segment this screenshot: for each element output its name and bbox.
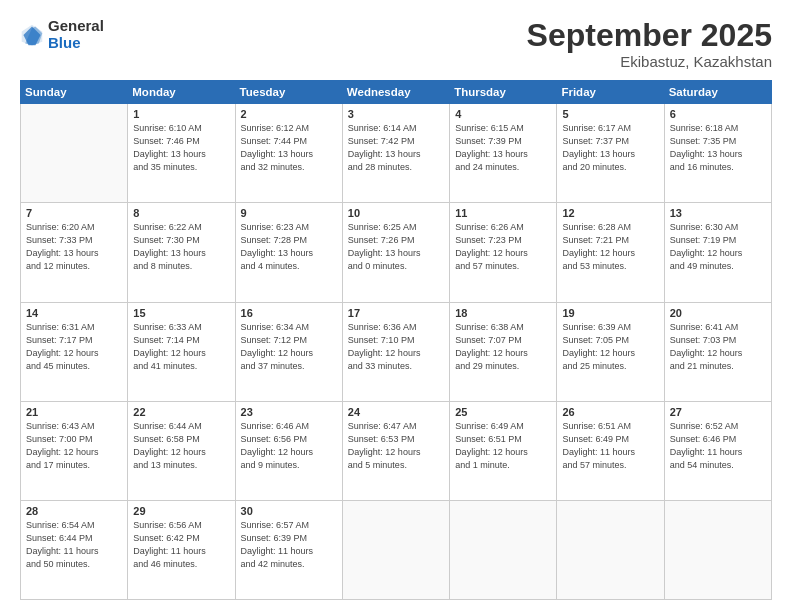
day-info: Sunrise: 6:49 AM Sunset: 6:51 PM Dayligh… (455, 420, 551, 472)
day-number: 30 (241, 505, 337, 517)
col-tuesday: Tuesday (235, 81, 342, 104)
day-info: Sunrise: 6:25 AM Sunset: 7:26 PM Dayligh… (348, 221, 444, 273)
day-info: Sunrise: 6:51 AM Sunset: 6:49 PM Dayligh… (562, 420, 658, 472)
day-number: 8 (133, 207, 229, 219)
header: General Blue September 2025 Ekibastuz, K… (20, 18, 772, 70)
table-row: 9Sunrise: 6:23 AM Sunset: 7:28 PM Daylig… (235, 203, 342, 302)
table-row: 22Sunrise: 6:44 AM Sunset: 6:58 PM Dayli… (128, 401, 235, 500)
day-number: 5 (562, 108, 658, 120)
day-info: Sunrise: 6:54 AM Sunset: 6:44 PM Dayligh… (26, 519, 122, 571)
day-number: 3 (348, 108, 444, 120)
day-info: Sunrise: 6:44 AM Sunset: 6:58 PM Dayligh… (133, 420, 229, 472)
table-row: 13Sunrise: 6:30 AM Sunset: 7:19 PM Dayli… (664, 203, 771, 302)
calendar-week-1: 1Sunrise: 6:10 AM Sunset: 7:46 PM Daylig… (21, 104, 772, 203)
day-info: Sunrise: 6:10 AM Sunset: 7:46 PM Dayligh… (133, 122, 229, 174)
table-row: 15Sunrise: 6:33 AM Sunset: 7:14 PM Dayli… (128, 302, 235, 401)
day-info: Sunrise: 6:14 AM Sunset: 7:42 PM Dayligh… (348, 122, 444, 174)
table-row: 4Sunrise: 6:15 AM Sunset: 7:39 PM Daylig… (450, 104, 557, 203)
day-number: 24 (348, 406, 444, 418)
day-info: Sunrise: 6:41 AM Sunset: 7:03 PM Dayligh… (670, 321, 766, 373)
table-row: 20Sunrise: 6:41 AM Sunset: 7:03 PM Dayli… (664, 302, 771, 401)
day-number: 13 (670, 207, 766, 219)
table-row: 7Sunrise: 6:20 AM Sunset: 7:33 PM Daylig… (21, 203, 128, 302)
day-info: Sunrise: 6:34 AM Sunset: 7:12 PM Dayligh… (241, 321, 337, 373)
day-number: 16 (241, 307, 337, 319)
table-row: 16Sunrise: 6:34 AM Sunset: 7:12 PM Dayli… (235, 302, 342, 401)
day-info: Sunrise: 6:56 AM Sunset: 6:42 PM Dayligh… (133, 519, 229, 571)
table-row: 10Sunrise: 6:25 AM Sunset: 7:26 PM Dayli… (342, 203, 449, 302)
table-row: 3Sunrise: 6:14 AM Sunset: 7:42 PM Daylig… (342, 104, 449, 203)
col-monday: Monday (128, 81, 235, 104)
day-number: 10 (348, 207, 444, 219)
day-info: Sunrise: 6:22 AM Sunset: 7:30 PM Dayligh… (133, 221, 229, 273)
day-info: Sunrise: 6:46 AM Sunset: 6:56 PM Dayligh… (241, 420, 337, 472)
table-row: 17Sunrise: 6:36 AM Sunset: 7:10 PM Dayli… (342, 302, 449, 401)
header-row: Sunday Monday Tuesday Wednesday Thursday… (21, 81, 772, 104)
col-wednesday: Wednesday (342, 81, 449, 104)
page: General Blue September 2025 Ekibastuz, K… (0, 0, 792, 612)
logo-general: General (48, 18, 104, 35)
logo: General Blue (20, 18, 104, 51)
table-row: 6Sunrise: 6:18 AM Sunset: 7:35 PM Daylig… (664, 104, 771, 203)
table-row: 30Sunrise: 6:57 AM Sunset: 6:39 PM Dayli… (235, 500, 342, 599)
col-saturday: Saturday (664, 81, 771, 104)
table-row: 25Sunrise: 6:49 AM Sunset: 6:51 PM Dayli… (450, 401, 557, 500)
table-row: 2Sunrise: 6:12 AM Sunset: 7:44 PM Daylig… (235, 104, 342, 203)
day-number: 22 (133, 406, 229, 418)
day-number: 19 (562, 307, 658, 319)
day-info: Sunrise: 6:23 AM Sunset: 7:28 PM Dayligh… (241, 221, 337, 273)
day-number: 9 (241, 207, 337, 219)
col-thursday: Thursday (450, 81, 557, 104)
table-row: 12Sunrise: 6:28 AM Sunset: 7:21 PM Dayli… (557, 203, 664, 302)
day-number: 2 (241, 108, 337, 120)
col-friday: Friday (557, 81, 664, 104)
calendar-week-4: 21Sunrise: 6:43 AM Sunset: 7:00 PM Dayli… (21, 401, 772, 500)
table-row: 27Sunrise: 6:52 AM Sunset: 6:46 PM Dayli… (664, 401, 771, 500)
table-row: 8Sunrise: 6:22 AM Sunset: 7:30 PM Daylig… (128, 203, 235, 302)
day-number: 28 (26, 505, 122, 517)
day-number: 27 (670, 406, 766, 418)
logo-text: General Blue (48, 18, 104, 51)
table-row: 24Sunrise: 6:47 AM Sunset: 6:53 PM Dayli… (342, 401, 449, 500)
day-info: Sunrise: 6:38 AM Sunset: 7:07 PM Dayligh… (455, 321, 551, 373)
table-row: 18Sunrise: 6:38 AM Sunset: 7:07 PM Dayli… (450, 302, 557, 401)
day-number: 18 (455, 307, 551, 319)
day-number: 4 (455, 108, 551, 120)
logo-icon (20, 23, 44, 47)
day-number: 12 (562, 207, 658, 219)
day-info: Sunrise: 6:33 AM Sunset: 7:14 PM Dayligh… (133, 321, 229, 373)
day-info: Sunrise: 6:52 AM Sunset: 6:46 PM Dayligh… (670, 420, 766, 472)
day-info: Sunrise: 6:26 AM Sunset: 7:23 PM Dayligh… (455, 221, 551, 273)
day-info: Sunrise: 6:39 AM Sunset: 7:05 PM Dayligh… (562, 321, 658, 373)
day-number: 23 (241, 406, 337, 418)
day-info: Sunrise: 6:17 AM Sunset: 7:37 PM Dayligh… (562, 122, 658, 174)
title-block: September 2025 Ekibastuz, Kazakhstan (527, 18, 772, 70)
day-number: 25 (455, 406, 551, 418)
table-row: 23Sunrise: 6:46 AM Sunset: 6:56 PM Dayli… (235, 401, 342, 500)
location: Ekibastuz, Kazakhstan (527, 53, 772, 70)
day-info: Sunrise: 6:12 AM Sunset: 7:44 PM Dayligh… (241, 122, 337, 174)
table-row (450, 500, 557, 599)
table-row (664, 500, 771, 599)
table-row: 26Sunrise: 6:51 AM Sunset: 6:49 PM Dayli… (557, 401, 664, 500)
day-info: Sunrise: 6:47 AM Sunset: 6:53 PM Dayligh… (348, 420, 444, 472)
day-info: Sunrise: 6:36 AM Sunset: 7:10 PM Dayligh… (348, 321, 444, 373)
day-info: Sunrise: 6:20 AM Sunset: 7:33 PM Dayligh… (26, 221, 122, 273)
month-title: September 2025 (527, 18, 772, 53)
day-number: 6 (670, 108, 766, 120)
table-row: 21Sunrise: 6:43 AM Sunset: 7:00 PM Dayli… (21, 401, 128, 500)
table-row: 11Sunrise: 6:26 AM Sunset: 7:23 PM Dayli… (450, 203, 557, 302)
table-row (21, 104, 128, 203)
day-number: 26 (562, 406, 658, 418)
day-number: 7 (26, 207, 122, 219)
day-info: Sunrise: 6:31 AM Sunset: 7:17 PM Dayligh… (26, 321, 122, 373)
day-number: 20 (670, 307, 766, 319)
day-info: Sunrise: 6:18 AM Sunset: 7:35 PM Dayligh… (670, 122, 766, 174)
day-number: 21 (26, 406, 122, 418)
table-row: 19Sunrise: 6:39 AM Sunset: 7:05 PM Dayli… (557, 302, 664, 401)
day-number: 29 (133, 505, 229, 517)
day-number: 15 (133, 307, 229, 319)
day-info: Sunrise: 6:43 AM Sunset: 7:00 PM Dayligh… (26, 420, 122, 472)
table-row: 28Sunrise: 6:54 AM Sunset: 6:44 PM Dayli… (21, 500, 128, 599)
calendar-week-3: 14Sunrise: 6:31 AM Sunset: 7:17 PM Dayli… (21, 302, 772, 401)
